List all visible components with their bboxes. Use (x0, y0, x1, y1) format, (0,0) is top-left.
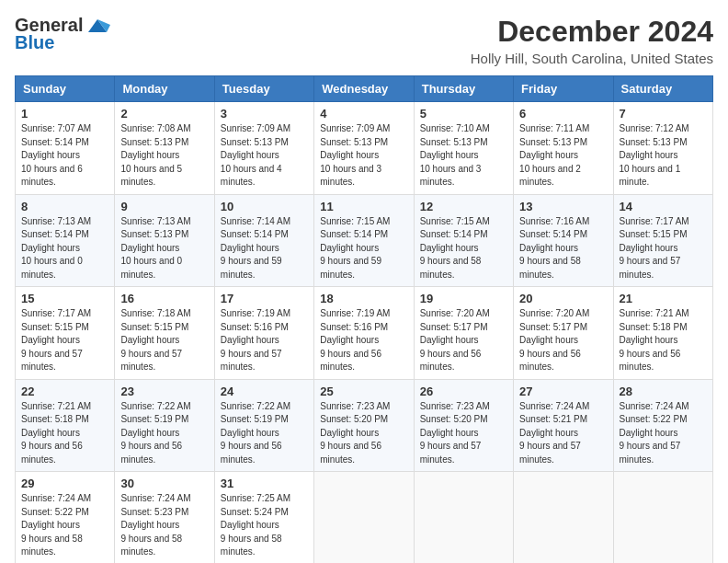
weekday-friday: Friday (514, 76, 613, 102)
calendar-cell: 19 Sunrise: 7:20 AM Sunset: 5:17 PM Dayl… (414, 287, 513, 380)
day-info: Sunrise: 7:23 AM Sunset: 5:20 PM Dayligh… (320, 400, 407, 467)
day-number: 12 (420, 200, 507, 213)
week-row-3: 15 Sunrise: 7:17 AM Sunset: 5:15 PM Dayl… (16, 287, 713, 380)
day-info: Sunrise: 7:14 AM Sunset: 5:14 PM Dayligh… (221, 215, 308, 282)
calendar-cell: 26 Sunrise: 7:23 AM Sunset: 5:20 PM Dayl… (414, 379, 513, 472)
day-info: Sunrise: 7:22 AM Sunset: 5:19 PM Dayligh… (120, 400, 208, 467)
day-info: Sunrise: 7:16 AM Sunset: 5:14 PM Dayligh… (519, 215, 607, 282)
day-number: 7 (620, 107, 707, 121)
calendar-body: 1 Sunrise: 7:07 AM Sunset: 5:14 PM Dayli… (16, 102, 713, 564)
day-number: 14 (620, 200, 707, 213)
calendar-cell: 31 Sunrise: 7:25 AM Sunset: 5:24 PM Dayl… (214, 472, 313, 564)
calendar-cell: 24 Sunrise: 7:22 AM Sunset: 5:19 PM Dayl… (214, 379, 313, 472)
weekday-tuesday: Tuesday (214, 76, 313, 102)
day-number: 13 (519, 200, 607, 213)
calendar-cell: 9 Sunrise: 7:13 AM Sunset: 5:13 PM Dayli… (115, 194, 214, 287)
calendar-cell: 15 Sunrise: 7:17 AM Sunset: 5:15 PM Dayl… (16, 287, 115, 380)
calendar-cell: 1 Sunrise: 7:07 AM Sunset: 5:14 PM Dayli… (16, 102, 115, 195)
day-number: 28 (620, 385, 707, 398)
week-row-5: 29 Sunrise: 7:24 AM Sunset: 5:22 PM Dayl… (16, 472, 713, 564)
calendar-cell: 7 Sunrise: 7:12 AM Sunset: 5:13 PM Dayli… (613, 102, 712, 195)
day-info: Sunrise: 7:09 AM Sunset: 5:13 PM Dayligh… (320, 122, 407, 190)
logo-blue-text: Blue (15, 32, 54, 53)
calendar-cell: 21 Sunrise: 7:21 AM Sunset: 5:18 PM Dayl… (613, 287, 712, 380)
weekday-monday: Monday (115, 76, 214, 102)
day-number: 5 (420, 107, 507, 121)
day-info: Sunrise: 7:15 AM Sunset: 5:14 PM Dayligh… (320, 215, 407, 282)
day-number: 11 (320, 200, 407, 213)
day-info: Sunrise: 7:23 AM Sunset: 5:20 PM Dayligh… (420, 400, 507, 467)
calendar-cell: 28 Sunrise: 7:24 AM Sunset: 5:22 PM Dayl… (613, 379, 712, 472)
day-info: Sunrise: 7:24 AM Sunset: 5:22 PM Dayligh… (21, 492, 108, 559)
day-info: Sunrise: 7:24 AM Sunset: 5:21 PM Dayligh… (519, 400, 607, 467)
calendar-cell: 20 Sunrise: 7:20 AM Sunset: 5:17 PM Dayl… (514, 287, 613, 380)
day-number: 1 (21, 107, 108, 121)
calendar-cell: 13 Sunrise: 7:16 AM Sunset: 5:14 PM Dayl… (514, 194, 613, 287)
calendar-cell: 17 Sunrise: 7:19 AM Sunset: 5:16 PM Dayl… (214, 287, 313, 380)
day-info: Sunrise: 7:09 AM Sunset: 5:13 PM Dayligh… (221, 122, 308, 190)
day-number: 6 (519, 107, 607, 121)
day-info: Sunrise: 7:24 AM Sunset: 5:22 PM Dayligh… (620, 400, 707, 467)
calendar-cell: 25 Sunrise: 7:23 AM Sunset: 5:20 PM Dayl… (314, 379, 414, 472)
calendar-cell (514, 472, 613, 564)
day-number: 30 (120, 477, 208, 490)
logo-icon (85, 16, 110, 36)
day-info: Sunrise: 7:19 AM Sunset: 5:16 PM Dayligh… (320, 307, 407, 374)
day-number: 10 (221, 200, 308, 213)
calendar-cell (314, 472, 414, 564)
day-info: Sunrise: 7:25 AM Sunset: 5:24 PM Dayligh… (221, 492, 308, 559)
logo: General Blue (15, 15, 110, 53)
day-info: Sunrise: 7:22 AM Sunset: 5:19 PM Dayligh… (221, 400, 308, 467)
week-row-1: 1 Sunrise: 7:07 AM Sunset: 5:14 PM Dayli… (16, 102, 713, 195)
day-info: Sunrise: 7:11 AM Sunset: 5:13 PM Dayligh… (519, 122, 607, 190)
day-info: Sunrise: 7:17 AM Sunset: 5:15 PM Dayligh… (21, 307, 108, 374)
calendar-cell: 11 Sunrise: 7:15 AM Sunset: 5:14 PM Dayl… (314, 194, 414, 287)
day-number: 9 (120, 200, 208, 213)
day-number: 29 (21, 477, 108, 490)
calendar-cell: 4 Sunrise: 7:09 AM Sunset: 5:13 PM Dayli… (314, 102, 414, 195)
day-info: Sunrise: 7:20 AM Sunset: 5:17 PM Dayligh… (519, 307, 607, 374)
calendar-cell: 6 Sunrise: 7:11 AM Sunset: 5:13 PM Dayli… (514, 102, 613, 195)
weekday-saturday: Saturday (613, 76, 712, 102)
day-number: 21 (620, 292, 707, 305)
calendar-cell: 3 Sunrise: 7:09 AM Sunset: 5:13 PM Dayli… (214, 102, 313, 195)
day-info: Sunrise: 7:08 AM Sunset: 5:13 PM Dayligh… (120, 122, 208, 190)
calendar-cell: 16 Sunrise: 7:18 AM Sunset: 5:15 PM Dayl… (115, 287, 214, 380)
day-number: 15 (21, 292, 108, 305)
day-info: Sunrise: 7:10 AM Sunset: 5:13 PM Dayligh… (420, 122, 507, 190)
day-number: 4 (320, 107, 407, 121)
day-number: 2 (120, 107, 208, 121)
day-number: 31 (221, 477, 308, 490)
day-info: Sunrise: 7:24 AM Sunset: 5:23 PM Dayligh… (120, 492, 208, 559)
day-number: 27 (519, 385, 607, 398)
day-number: 25 (320, 385, 407, 398)
day-info: Sunrise: 7:17 AM Sunset: 5:15 PM Dayligh… (620, 215, 707, 282)
calendar-table: SundayMondayTuesdayWednesdayThursdayFrid… (15, 75, 713, 563)
day-number: 8 (21, 200, 108, 213)
day-number: 17 (221, 292, 308, 305)
page-header: General Blue December 2024 Holly Hill, S… (15, 15, 713, 66)
day-number: 20 (519, 292, 607, 305)
day-number: 24 (221, 385, 308, 398)
calendar-cell: 8 Sunrise: 7:13 AM Sunset: 5:14 PM Dayli… (16, 194, 115, 287)
calendar-cell: 14 Sunrise: 7:17 AM Sunset: 5:15 PM Dayl… (613, 194, 712, 287)
day-number: 19 (420, 292, 507, 305)
day-number: 22 (21, 385, 108, 398)
calendar-cell: 23 Sunrise: 7:22 AM Sunset: 5:19 PM Dayl… (115, 379, 214, 472)
day-info: Sunrise: 7:20 AM Sunset: 5:17 PM Dayligh… (420, 307, 507, 374)
location-title: Holly Hill, South Carolina, United State… (471, 51, 713, 66)
calendar-cell: 12 Sunrise: 7:15 AM Sunset: 5:14 PM Dayl… (414, 194, 513, 287)
calendar-cell (414, 472, 513, 564)
day-info: Sunrise: 7:18 AM Sunset: 5:15 PM Dayligh… (120, 307, 208, 374)
day-number: 23 (120, 385, 208, 398)
day-info: Sunrise: 7:15 AM Sunset: 5:14 PM Dayligh… (420, 215, 507, 282)
day-number: 26 (420, 385, 507, 398)
day-number: 18 (320, 292, 407, 305)
calendar-cell: 18 Sunrise: 7:19 AM Sunset: 5:16 PM Dayl… (314, 287, 414, 380)
calendar-cell: 2 Sunrise: 7:08 AM Sunset: 5:13 PM Dayli… (115, 102, 214, 195)
calendar-cell (613, 472, 712, 564)
day-info: Sunrise: 7:13 AM Sunset: 5:14 PM Dayligh… (21, 215, 108, 282)
week-row-2: 8 Sunrise: 7:13 AM Sunset: 5:14 PM Dayli… (16, 194, 713, 287)
week-row-4: 22 Sunrise: 7:21 AM Sunset: 5:18 PM Dayl… (16, 379, 713, 472)
day-info: Sunrise: 7:13 AM Sunset: 5:13 PM Dayligh… (120, 215, 208, 282)
